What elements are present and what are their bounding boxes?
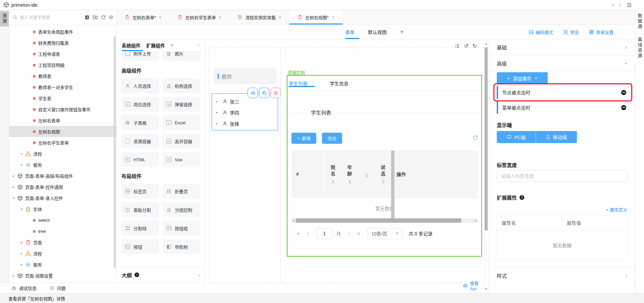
doc-tab[interactable]: 左树右学生表单 × [170, 10, 230, 24]
tree-item[interactable]: ▸页面 [9, 237, 116, 248]
tree-item[interactable]: 教师表一对多学生 [9, 82, 116, 93]
label-width-input[interactable] [497, 170, 628, 182]
tree-item[interactable]: 财务费用归集表 [9, 37, 116, 48]
tree-item[interactable]: ▸服务 [9, 159, 116, 170]
tree-item[interactable]: 教师表 [9, 71, 116, 82]
delete-widget-button[interactable] [270, 88, 281, 98]
import-resource-icon[interactable] [85, 15, 90, 20]
tree-item[interactable]: 表单生命周起事件 [9, 26, 116, 37]
palette-item-excel[interactable]: xExcel [163, 115, 200, 130]
add-event-button[interactable]: + 添加事件 ∨ [497, 72, 548, 84]
caret-right-icon[interactable]: ▸ [216, 111, 220, 114]
palette-item-collapse[interactable]: ⊟折叠页 [163, 184, 200, 199]
scrollbar-thumb[interactable] [485, 47, 488, 230]
tree-scrollbar[interactable] [114, 36, 116, 268]
scroll-down-icon[interactable]: ▼ [485, 287, 488, 291]
doc-tab[interactable]: 流程实例实体集 × [229, 10, 289, 24]
preview-button[interactable]: 预览 [563, 29, 579, 35]
caret-right-icon[interactable]: ▸ [13, 185, 17, 189]
palette-item-nav-tree[interactable]: ◧导航树 [163, 239, 200, 254]
close-icon[interactable]: × [159, 15, 162, 20]
sort-icons[interactable] [348, 180, 351, 184]
palette-menu-icon[interactable]: ≡ [171, 43, 173, 48]
mobile-target-button[interactable]: 移动端 [536, 131, 577, 143]
js-logic-button[interactable]: JS [248, 88, 258, 98]
add-row-button[interactable]: +新增 [291, 133, 316, 144]
column-header-actions[interactable]: 操作 [392, 150, 478, 198]
tree-item[interactable]: 左树右学生表单 [9, 137, 116, 148]
save-icon[interactable] [627, 2, 632, 8]
palette-item-popup-select[interactable]: Q弹窗选择 [163, 97, 200, 112]
caret-right-icon[interactable]: ▸ [216, 99, 220, 103]
caret-right-icon[interactable]: ▸ [21, 163, 25, 167]
caret-right-icon[interactable]: ▸ [216, 122, 220, 125]
logic-control-container[interactable]: 学生列表 学生信息 学生列表 +新增 导出 # 姓名 年龄 状态 [287, 75, 482, 257]
scroll-up-icon[interactable]: ▲ [485, 42, 488, 45]
event-item-node-clicked[interactable]: 节点被点击时 [497, 86, 630, 99]
scroll-right-icon[interactable]: ▸ [474, 218, 478, 223]
doc-tab[interactable]: 左树右表单* × [117, 10, 170, 24]
caret-right-icon[interactable]: ▸ [21, 263, 25, 266]
tree-item[interactable]: ▸页面-表单-控件通用 [9, 181, 116, 192]
palette-item-org-select[interactable]: 品机构选择 [163, 78, 200, 93]
palette-item-divider[interactable]: 分割线 [121, 221, 159, 235]
problems-tab[interactable]: 问题 [49, 285, 66, 291]
palette-item-vue[interactable]: 5Vue [163, 152, 200, 167]
section-basic[interactable]: 基础 › [489, 39, 635, 55]
caret-right-icon[interactable]: ▸ [21, 241, 25, 244]
caret-right-icon[interactable]: ▸ [21, 252, 25, 255]
pc-target-button[interactable]: PC端 [497, 131, 536, 143]
tree-item[interactable]: select [9, 215, 116, 226]
first-page-button[interactable]: « [297, 230, 300, 236]
palette-item-post-select[interactable]: 8岗位选择 [121, 97, 159, 112]
debug-info-tab[interactable]: 调试信息 [11, 285, 37, 291]
caret-right-icon[interactable]: ▸ [21, 152, 25, 156]
palette-item-tabs[interactable]: Tab标签页 [121, 184, 159, 199]
define-property-link[interactable]: + 属性定义 [606, 206, 627, 213]
form-settings-button[interactable]: 表单设置 [589, 29, 613, 35]
chevron-right-icon[interactable]: › [198, 272, 200, 278]
palette-item-button-group[interactable]: BTN按钮组 [163, 221, 200, 235]
tab-system-components[interactable]: 系统组件 [122, 42, 141, 49]
tree-item[interactable]: ▾实体 [9, 204, 116, 215]
hscroll-thumb[interactable] [296, 218, 461, 223]
refresh-icon[interactable] [101, 15, 106, 20]
tree-item[interactable]: ▸流程 [9, 248, 116, 259]
last-page-button[interactable]: » [357, 230, 360, 236]
column-header-status[interactable]: 状态 [375, 150, 392, 198]
remove-event-icon[interactable] [621, 105, 626, 110]
tree-item[interactable]: 自定义窗口操作按钮及事件 [9, 104, 116, 115]
offline-resource-strip-tab[interactable]: 离线资源 [635, 34, 644, 63]
add-view-button[interactable]: + [400, 29, 404, 35]
tab-student-info[interactable]: 学生信息 [330, 80, 348, 87]
close-icon[interactable]: × [332, 15, 334, 20]
palette-item-subtable[interactable]: ⊞子表格 [121, 115, 159, 130]
tree-item[interactable]: 学生表 [9, 93, 116, 104]
tree-item[interactable]: 工程申请表 [9, 48, 116, 59]
teacher-panel-header[interactable]: 教师 [213, 68, 276, 84]
current-page-input[interactable]: 1 [316, 228, 332, 239]
tree-item[interactable]: ▾页面-表单-录入控件 [9, 192, 116, 204]
scroll-left-icon[interactable]: ◂ [291, 218, 296, 223]
export-button[interactable]: 导出 [322, 133, 342, 144]
event-item-menu-clicked[interactable]: 菜单被点击时 [497, 101, 630, 114]
column-header-gender[interactable] [358, 150, 375, 198]
tree-item[interactable]: ▸流程 [9, 148, 116, 159]
datasource-strip-tab[interactable]: 数据源 [635, 10, 644, 34]
table-horizontal-scrollbar[interactable]: ◂ ▸ [291, 218, 478, 223]
caret-down-icon[interactable]: ▾ [21, 207, 25, 211]
page-size-select[interactable]: 10条/页 [368, 228, 402, 239]
tab-default-view[interactable]: 默认视图 [368, 29, 387, 35]
tree-item[interactable]: ▸页面-表单-高级/布局组件 [9, 170, 116, 181]
outline-bar[interactable]: 大纲 i › [117, 267, 205, 283]
tree-item-selected[interactable]: 左树右视图 [9, 126, 116, 137]
sort-icons[interactable] [382, 180, 385, 184]
palette-item-group-control[interactable]: 吕分组控制 [163, 202, 200, 217]
sort-icons[interactable] [365, 174, 368, 178]
palette-item-image[interactable]: ▨图片 [163, 51, 200, 61]
tree-item[interactable]: tree [9, 226, 116, 237]
remove-event-icon[interactable] [621, 90, 626, 95]
tab-form[interactable]: 表单 [345, 29, 355, 35]
copy-widget-button[interactable] [259, 88, 269, 98]
history-forward-icon[interactable]: › [619, 2, 621, 8]
